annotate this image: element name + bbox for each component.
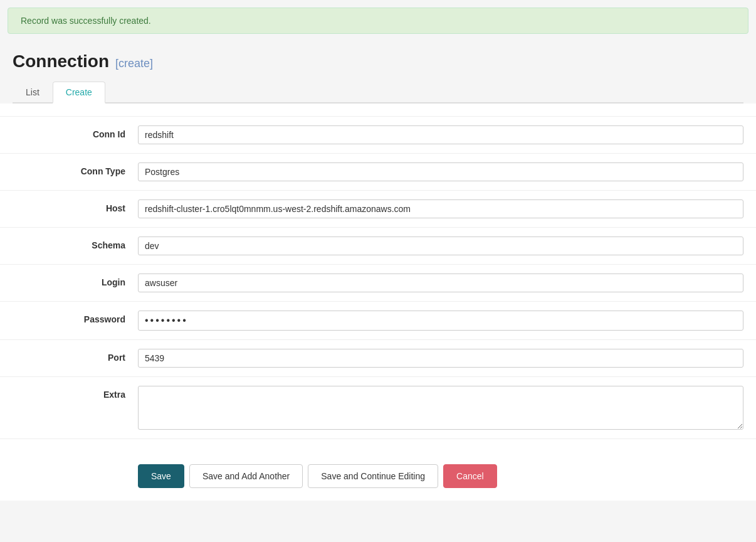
- form-actions: Save Save and Add Another Save and Conti…: [0, 452, 756, 501]
- tab-list[interactable]: List: [13, 82, 53, 102]
- extra-label: Extra: [13, 386, 138, 400]
- conn-type-row: Conn Type: [0, 154, 756, 191]
- password-row: Password: [0, 302, 756, 340]
- save-and-continue-button[interactable]: Save and Continue Editing: [308, 464, 438, 488]
- schema-row: Schema: [0, 228, 756, 265]
- port-row: Port: [0, 340, 756, 377]
- conn-type-input[interactable]: [138, 162, 743, 181]
- tab-bar: List Create: [13, 77, 743, 104]
- login-input[interactable]: [138, 274, 743, 292]
- conn-id-label: Conn Id: [13, 125, 138, 139]
- success-message: Record was successfully created.: [21, 16, 151, 26]
- success-banner: Record was successfully created.: [8, 8, 748, 34]
- password-label: Password: [13, 311, 138, 324]
- cancel-button[interactable]: Cancel: [443, 464, 497, 488]
- login-row: Login: [0, 265, 756, 302]
- schema-label: Schema: [13, 236, 138, 250]
- conn-id-input[interactable]: [138, 125, 743, 144]
- extra-row: Extra: [0, 377, 756, 439]
- tab-create[interactable]: Create: [53, 82, 105, 104]
- conn-type-label: Conn Type: [13, 162, 138, 176]
- save-button[interactable]: Save: [138, 464, 184, 488]
- schema-input[interactable]: [138, 236, 743, 255]
- extra-input[interactable]: [138, 386, 743, 430]
- port-label: Port: [13, 349, 138, 363]
- port-input[interactable]: [138, 349, 743, 368]
- host-input[interactable]: [138, 199, 743, 218]
- connection-form: Conn Id Conn Type Host Schema Login Pass…: [0, 104, 756, 452]
- conn-id-row: Conn Id: [0, 116, 756, 154]
- page-title: Connection: [13, 51, 109, 72]
- host-row: Host: [0, 191, 756, 228]
- page-subtitle: [create]: [115, 57, 153, 70]
- host-label: Host: [13, 199, 138, 213]
- password-input[interactable]: [138, 311, 743, 331]
- save-and-add-button[interactable]: Save and Add Another: [189, 464, 303, 488]
- login-label: Login: [13, 274, 138, 287]
